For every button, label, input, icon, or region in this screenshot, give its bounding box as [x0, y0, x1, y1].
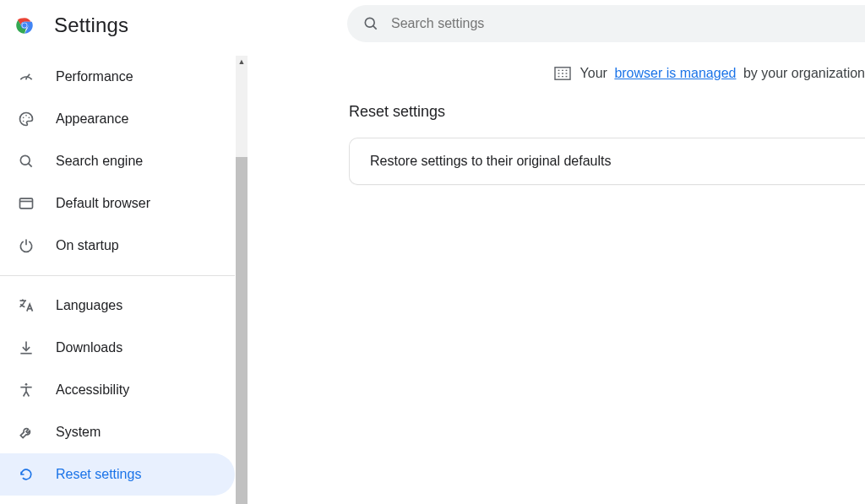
- nav-label: Performance: [56, 69, 133, 84]
- nav-item-performance[interactable]: Performance: [0, 56, 235, 98]
- chrome-logo-icon: [14, 14, 35, 36]
- nav-item-downloads[interactable]: Downloads: [0, 327, 235, 369]
- speedometer-icon: [17, 68, 35, 86]
- nav-label: Default browser: [56, 196, 150, 211]
- palette-icon: [17, 110, 35, 128]
- nav-label: Languages: [56, 298, 122, 313]
- managed-link[interactable]: browser is managed: [614, 66, 736, 81]
- header: Settings: [0, 0, 248, 56]
- svg-line-22: [373, 26, 377, 30]
- power-icon: [17, 236, 35, 255]
- managed-banner: Your browser is managed by your organiza…: [248, 42, 865, 103]
- search-icon: [362, 15, 379, 32]
- organization-icon: [553, 66, 570, 81]
- reset-icon: [17, 465, 35, 484]
- svg-line-20: [26, 392, 29, 397]
- search-input[interactable]: [391, 16, 850, 31]
- wrench-icon: [17, 423, 35, 442]
- svg-point-9: [20, 155, 30, 165]
- nav-label: Reset settings: [56, 467, 141, 482]
- translate-icon: [17, 296, 35, 315]
- managed-suffix: by your organization: [743, 66, 865, 81]
- accessibility-icon: [17, 381, 35, 399]
- svg-rect-11: [20, 198, 33, 209]
- svg-line-10: [29, 164, 32, 167]
- svg-point-16: [25, 383, 28, 386]
- nav-label: Appearance: [56, 111, 128, 127]
- nav-item-languages[interactable]: Languages: [0, 285, 235, 327]
- main-content: Your browser is managed by your organiza…: [248, 0, 865, 504]
- restore-defaults-row[interactable]: Restore settings to their original defau…: [350, 138, 865, 184]
- section-title: Reset settings: [349, 103, 865, 121]
- nav-item-appearance[interactable]: Appearance: [0, 98, 235, 140]
- nav-divider: [0, 275, 235, 276]
- nav-item-default-browser[interactable]: Default browser: [0, 182, 235, 225]
- nav-label: Accessibility: [56, 382, 129, 398]
- nav-label: Downloads: [56, 340, 122, 355]
- window-icon: [17, 194, 35, 213]
- download-icon: [17, 339, 35, 357]
- search-icon: [17, 152, 35, 171]
- scrollbar-thumb[interactable]: [236, 157, 248, 504]
- nav-item-search-engine[interactable]: Search engine: [0, 140, 235, 182]
- nav-label: Search engine: [56, 154, 143, 169]
- svg-point-8: [23, 121, 24, 122]
- managed-prefix: Your: [580, 66, 607, 81]
- svg-point-6: [25, 115, 27, 117]
- svg-line-19: [24, 392, 26, 397]
- svg-point-21: [365, 18, 374, 27]
- sidebar-scrollbar[interactable]: ▲: [236, 56, 248, 504]
- reset-card: Restore settings to their original defau…: [349, 138, 865, 185]
- nav-item-system[interactable]: System: [0, 411, 235, 453]
- app-title: Settings: [54, 14, 128, 37]
- svg-point-4: [25, 79, 27, 80]
- scroll-up-icon[interactable]: ▲: [236, 56, 248, 68]
- sidebar: Settings Performance: [0, 0, 248, 504]
- search-bar[interactable]: [347, 5, 865, 42]
- svg-point-3: [22, 23, 26, 27]
- nav-label: System: [56, 425, 101, 440]
- nav-item-on-startup[interactable]: On startup: [0, 225, 235, 267]
- svg-point-5: [23, 117, 24, 119]
- restore-defaults-label: Restore settings to their original defau…: [370, 154, 611, 169]
- nav-label: On startup: [56, 238, 119, 253]
- nav-list: Performance Appearance: [0, 56, 235, 502]
- nav-item-reset-settings[interactable]: Reset settings: [0, 453, 235, 496]
- nav-item-accessibility[interactable]: Accessibility: [0, 369, 235, 411]
- svg-point-7: [29, 117, 30, 119]
